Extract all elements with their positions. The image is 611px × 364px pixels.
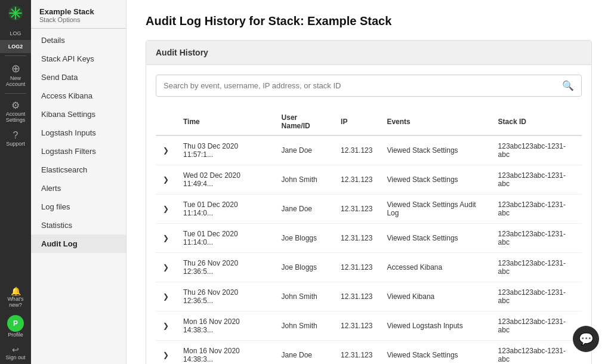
- cell-user-3: Joe Bloggs: [274, 224, 334, 253]
- rail-item-sign-out[interactable]: ↩ Sign out: [0, 341, 31, 364]
- cell-user-4: Joe Bloggs: [274, 253, 334, 282]
- rail-item-support[interactable]: ? Support: [0, 127, 31, 150]
- col-time: Time: [176, 109, 274, 135]
- main-content: Audit Log History for Stack: Example Sta…: [126, 0, 611, 364]
- row-expand-4[interactable]: ❯: [156, 253, 176, 282]
- cell-event-4: Accessed Kibana: [379, 253, 490, 282]
- sidebar-header: Example Stack Stack Options: [31, 0, 126, 29]
- profile-avatar: P: [7, 315, 24, 332]
- row-expand-2[interactable]: ❯: [156, 195, 176, 224]
- row-expand-7[interactable]: ❯: [156, 341, 176, 365]
- rail-divider-1: [5, 55, 26, 56]
- col-ip: IP: [334, 109, 379, 135]
- sidebar-item-logstash-filters[interactable]: Logstash Filters: [31, 142, 126, 161]
- cell-ip-7: 12.31.123: [334, 341, 379, 365]
- cell-time-5: Thu 26 Nov 2020 12:36:5...: [176, 282, 274, 311]
- cell-event-5: Viewed Kibana: [379, 282, 490, 311]
- cell-time-2: Tue 01 Dec 2020 11:14:0...: [176, 195, 274, 224]
- cell-stackid-3: 123abc123abc-1231-abc: [491, 224, 582, 253]
- row-expand-5[interactable]: ❯: [156, 282, 176, 311]
- col-events: Events: [379, 109, 490, 135]
- cell-event-3: Viewed Stack Settings: [379, 224, 490, 253]
- rail-item-new-account[interactable]: ⊕ NewAccount: [0, 58, 31, 91]
- cell-time-3: Tue 01 Dec 2020 11:14:0...: [176, 224, 274, 253]
- chat-bubble[interactable]: 💬: [573, 326, 599, 352]
- cell-ip-5: 12.31.123: [334, 282, 379, 311]
- cell-event-7: Viewed Stack Settings: [379, 341, 490, 365]
- cell-stackid-6: 123abc123abc-1231-abc: [491, 311, 582, 341]
- page-title: Audit Log History for Stack: Example Sta…: [146, 14, 592, 28]
- sidebar-item-stack-api-keys[interactable]: Stack API Keys: [31, 50, 126, 68]
- table-row: ❯ Mon 16 Nov 2020 14:38:3... Jane Doe 12…: [156, 341, 582, 365]
- cell-ip-4: 12.31.123: [334, 253, 379, 282]
- cell-time-0: Thu 03 Dec 2020 11:57:1...: [176, 135, 274, 165]
- sidebar-item-elasticsearch[interactable]: Elasticsearch: [31, 161, 126, 179]
- audit-card-body: 🔍 Time User Name/ID IP Events Stack ID ❯: [146, 65, 591, 364]
- rail-item-log2[interactable]: LOG2: [0, 40, 31, 53]
- cell-event-1: Viewed Stack Settings: [379, 165, 490, 195]
- cell-stackid-0: 123abc123abc-1231-abc: [491, 135, 582, 165]
- audit-card: Audit History 🔍 Time User Name/ID IP Eve…: [146, 40, 592, 364]
- col-user: User Name/ID: [274, 109, 334, 135]
- cell-event-0: Viewed Stack Settings: [379, 135, 490, 165]
- table-row: ❯ Thu 03 Dec 2020 11:57:1... Jane Doe 12…: [156, 135, 582, 165]
- col-stack-id: Stack ID: [491, 109, 582, 135]
- row-expand-1[interactable]: ❯: [156, 165, 176, 195]
- cell-user-6: John Smith: [274, 311, 334, 341]
- table-row: ❯ Tue 01 Dec 2020 11:14:0... Jane Doe 12…: [156, 195, 582, 224]
- cell-time-6: Mon 16 Nov 2020 14:38:3...: [176, 311, 274, 341]
- sidebar-stack-sub: Stack Options: [39, 16, 118, 23]
- cell-stackid-4: 123abc123abc-1231-abc: [491, 253, 582, 282]
- cell-ip-0: 12.31.123: [334, 135, 379, 165]
- table-row: ❯ Wed 02 Dec 2020 11:49:4... John Smith …: [156, 165, 582, 195]
- sidebar-item-details[interactable]: Details: [31, 31, 126, 50]
- sidebar-item-access-kibana[interactable]: Access Kibana: [31, 87, 126, 105]
- row-expand-3[interactable]: ❯: [156, 224, 176, 253]
- search-input[interactable]: [163, 81, 562, 90]
- rail-divider-2: [5, 93, 26, 94]
- col-expand: [156, 109, 176, 135]
- table-row: ❯ Thu 26 Nov 2020 12:36:5... John Smith …: [156, 282, 582, 311]
- cell-user-2: Jane Doe: [274, 195, 334, 224]
- app-logo[interactable]: [7, 5, 24, 23]
- rail-item-log[interactable]: LOG: [0, 27, 31, 40]
- rail-item-account-settings[interactable]: ⚙ AccountSettings: [0, 96, 31, 127]
- chat-icon: 💬: [579, 332, 594, 346]
- table-row: ❯ Thu 26 Nov 2020 12:36:5... Joe Bloggs …: [156, 253, 582, 282]
- rail-item-whats-new[interactable]: 🔔 What'snew?: [0, 283, 31, 311]
- search-icon: 🔍: [562, 80, 574, 91]
- cell-stackid-5: 123abc123abc-1231-abc: [491, 282, 582, 311]
- cell-ip-1: 12.31.123: [334, 165, 379, 195]
- cell-user-5: John Smith: [274, 282, 334, 311]
- sidebar-item-statistics[interactable]: Statistics: [31, 216, 126, 235]
- table-row: ❯ Tue 01 Dec 2020 11:14:0... Joe Bloggs …: [156, 224, 582, 253]
- row-expand-6[interactable]: ❯: [156, 311, 176, 341]
- cell-stackid-2: 123abc123abc-1231-abc: [491, 195, 582, 224]
- cell-ip-2: 12.31.123: [334, 195, 379, 224]
- sidebar-item-logstash-inputs[interactable]: Logstash Inputs: [31, 124, 126, 142]
- cell-event-2: Viewed Stack Settings Audit Log: [379, 195, 490, 224]
- cell-stackid-7: 123abc123abc-1231-abc: [491, 341, 582, 365]
- rail-item-profile[interactable]: P Profile: [0, 311, 31, 341]
- sidebar-item-log-files[interactable]: Log files: [31, 198, 126, 216]
- rail-bottom: 🔔 What'snew? P Profile ↩ Sign out: [0, 283, 31, 364]
- sidebar-item-audit-log[interactable]: Audit Log: [31, 235, 126, 253]
- cell-stackid-1: 123abc123abc-1231-abc: [491, 165, 582, 195]
- search-bar[interactable]: 🔍: [156, 75, 582, 97]
- cell-user-1: John Smith: [274, 165, 334, 195]
- sidebar-stack-title: Example Stack: [39, 7, 118, 16]
- sidebar-item-send-data[interactable]: Send Data: [31, 68, 126, 87]
- cell-user-0: Jane Doe: [274, 135, 334, 165]
- sidebar-item-alerts[interactable]: Alerts: [31, 179, 126, 198]
- table-row: ❯ Mon 16 Nov 2020 14:38:3... John Smith …: [156, 311, 582, 341]
- icon-rail: LOG LOG2 ⊕ NewAccount ⚙ AccountSettings …: [0, 0, 31, 364]
- cell-time-7: Mon 16 Nov 2020 14:38:3...: [176, 341, 274, 365]
- cell-ip-3: 12.31.123: [334, 224, 379, 253]
- cell-ip-6: 12.31.123: [334, 311, 379, 341]
- row-expand-0[interactable]: ❯: [156, 135, 176, 165]
- cell-time-1: Wed 02 Dec 2020 11:49:4...: [176, 165, 274, 195]
- sidebar: Example Stack Stack Options Details Stac…: [31, 0, 126, 364]
- cell-user-7: Jane Doe: [274, 341, 334, 365]
- sidebar-item-kibana-settings[interactable]: Kibana Settings: [31, 105, 126, 124]
- cell-time-4: Thu 26 Nov 2020 12:36:5...: [176, 253, 274, 282]
